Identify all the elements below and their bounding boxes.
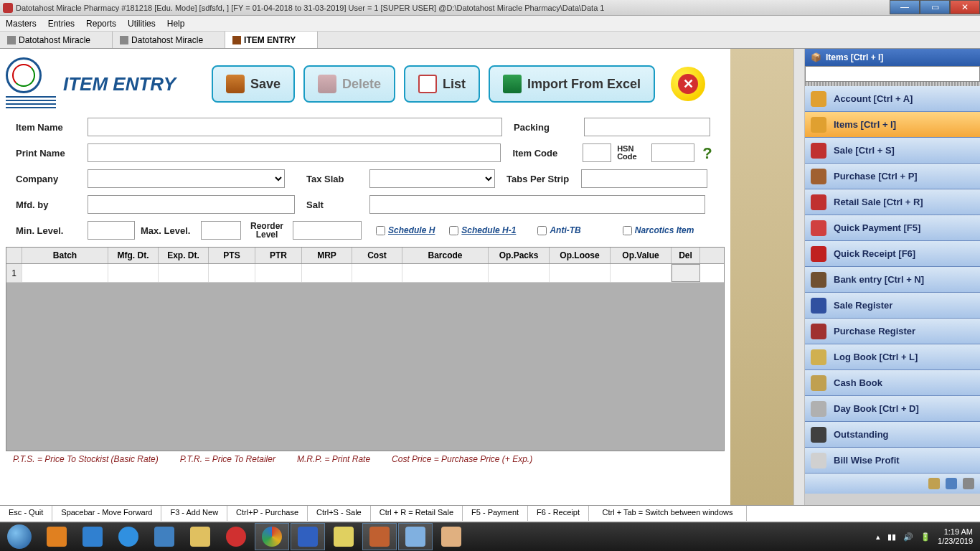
help-icon[interactable]: ?: [700, 144, 715, 161]
sidebar-item[interactable]: Bill Wise Profit: [805, 448, 980, 474]
footnote: P.T.S. = Price To Stockist (Basic Rate) …: [6, 451, 725, 467]
close-window-button[interactable]: ✕: [950, 0, 980, 14]
min-level-input[interactable]: [88, 221, 135, 240]
sidebar-item[interactable]: Quick Payment [F5]: [805, 215, 980, 241]
col-oppacks[interactable]: Op.Packs: [489, 248, 550, 263]
taskbar-word[interactable]: [291, 523, 325, 550]
menu-entries[interactable]: Entries: [48, 19, 75, 29]
sidebar-item[interactable]: Items [Ctrl + I]: [805, 112, 980, 138]
reorder-input[interactable]: [293, 221, 362, 240]
save-button[interactable]: Save: [212, 65, 295, 103]
taskbar-ie[interactable]: [111, 523, 146, 550]
footer-icon-2[interactable]: [946, 478, 957, 489]
taskbar-vlc[interactable]: [39, 523, 74, 550]
schedule-h-checkbox[interactable]: Schedule H: [376, 225, 435, 235]
tray-battery-icon[interactable]: 🔋: [920, 532, 930, 542]
start-button[interactable]: [0, 522, 39, 551]
sidebar-item[interactable]: Log Book [Ctrl + L]: [805, 344, 980, 370]
taskbar-snip[interactable]: [398, 523, 433, 550]
tab-item-entry[interactable]: ITEM ENTRY: [225, 32, 318, 48]
taskbar-notes[interactable]: [326, 523, 361, 550]
sidebar-item[interactable]: Cash Book: [805, 370, 980, 396]
taskbar-opera[interactable]: [219, 523, 253, 550]
sidebar-item-icon: [811, 194, 826, 210]
sidebar-item[interactable]: Sale Register: [805, 293, 980, 319]
schedule-h1-checkbox[interactable]: Schedule H-1: [449, 225, 516, 235]
sc-esc: Esc - Quit: [0, 506, 52, 521]
sidebar-item-icon: [811, 220, 826, 236]
menu-help[interactable]: Help: [167, 19, 185, 29]
tray-volume-icon[interactable]: 🔊: [903, 532, 913, 542]
vertical-scrollbar[interactable]: [793, 49, 805, 505]
tab-miracle-2[interactable]: Datotahost Miracle: [113, 32, 225, 48]
label-reorder: Reorder Level: [247, 222, 287, 239]
col-mfg[interactable]: Mfg. Dt.: [108, 248, 159, 263]
sidebar-item[interactable]: Day Book [Ctrl + D]: [805, 396, 980, 422]
sidebar-item[interactable]: Bank entry [Ctrl + N]: [805, 267, 980, 293]
col-barcode[interactable]: Barcode: [402, 248, 489, 263]
taskbar-paint[interactable]: [434, 523, 468, 550]
sidebar-item-label: Account [Ctrl + A]: [834, 93, 913, 104]
sidebar-item[interactable]: Account [Ctrl + A]: [805, 86, 980, 112]
col-cost[interactable]: Cost: [352, 248, 402, 263]
list-button[interactable]: List: [404, 65, 480, 103]
menu-utilities[interactable]: Utilities: [128, 19, 156, 29]
hsn-input[interactable]: [651, 143, 694, 162]
taskbar-pharmacy[interactable]: [362, 523, 397, 550]
footer-icon-3[interactable]: [963, 478, 974, 489]
taskbar-app1[interactable]: [75, 523, 110, 550]
item-name-input[interactable]: [88, 118, 502, 136]
sidebar-item-label: Log Book [Ctrl + L]: [834, 352, 918, 362]
tray-clock[interactable]: 1:19 AM 1/23/2019: [938, 527, 973, 546]
side-panel-header: 📦 Items [Ctrl + I]: [805, 49, 980, 66]
packing-input[interactable]: [584, 118, 710, 136]
max-level-input[interactable]: [201, 221, 241, 240]
sc-ctrlp: Ctrl+P - Purchase: [227, 506, 308, 521]
taskbar-chrome[interactable]: [255, 523, 289, 550]
col-mrp[interactable]: MRP: [302, 248, 352, 263]
anti-tb-checkbox[interactable]: Anti-TB: [537, 225, 580, 235]
menu-reports[interactable]: Reports: [86, 19, 116, 29]
col-oploose[interactable]: Op.Loose: [550, 248, 611, 263]
sidebar-item-label: Sale Register: [834, 300, 892, 311]
tray-up-icon[interactable]: ▴: [876, 532, 880, 542]
col-del[interactable]: Del: [672, 248, 700, 263]
item-code-input[interactable]: [583, 143, 611, 162]
col-opvalue[interactable]: Op.Value: [611, 248, 672, 263]
tax-slab-select[interactable]: [369, 169, 495, 188]
mfd-by-input[interactable]: [88, 195, 295, 214]
col-pts[interactable]: PTS: [209, 248, 255, 263]
company-select[interactable]: [88, 169, 285, 188]
tray-network-icon[interactable]: ▮▮: [887, 532, 896, 542]
salt-input[interactable]: [369, 195, 705, 214]
sc-f3: F3 - Add New: [161, 506, 227, 521]
side-search-input[interactable]: [805, 66, 980, 82]
grid-row[interactable]: 1: [6, 264, 724, 283]
label-company: Company: [16, 174, 82, 184]
taskbar-app2[interactable]: [147, 523, 182, 550]
maximize-button[interactable]: ▭: [920, 0, 950, 14]
sidebar-item[interactable]: Quick Receipt [F6]: [805, 241, 980, 267]
tab-miracle-1[interactable]: Datotahost Miracle: [0, 32, 113, 48]
narcotics-checkbox[interactable]: Narcotics Item: [623, 225, 694, 235]
label-tabs-per-strip: Tabs Per Strip: [507, 174, 575, 184]
col-exp[interactable]: Exp. Dt.: [159, 248, 209, 263]
minimize-button[interactable]: —: [890, 0, 920, 14]
sidebar-item-icon: [811, 324, 826, 339]
taskbar-explorer[interactable]: [183, 523, 217, 550]
tabs-per-strip-input[interactable]: [581, 169, 707, 188]
sidebar-item[interactable]: Retail Sale [Ctrl + R]: [805, 189, 980, 215]
sidebar-item[interactable]: Purchase [Ctrl + P]: [805, 164, 980, 189]
sidebar-item[interactable]: Outstanding: [805, 422, 980, 448]
col-batch[interactable]: Batch: [22, 248, 108, 263]
import-excel-button[interactable]: Import From Excel: [489, 65, 655, 103]
delete-button[interactable]: Delete: [303, 65, 395, 103]
footer-icon-1[interactable]: [928, 478, 940, 489]
sc-f6: F6 - Receipt: [528, 506, 589, 521]
close-form-button[interactable]: ✕: [671, 67, 705, 101]
print-name-input[interactable]: [88, 143, 501, 162]
menu-masters[interactable]: Masters: [6, 19, 37, 29]
col-ptr[interactable]: PTR: [255, 248, 302, 263]
sidebar-item[interactable]: Sale [Ctrl + S]: [805, 138, 980, 164]
sidebar-item[interactable]: Purchase Register: [805, 319, 980, 344]
